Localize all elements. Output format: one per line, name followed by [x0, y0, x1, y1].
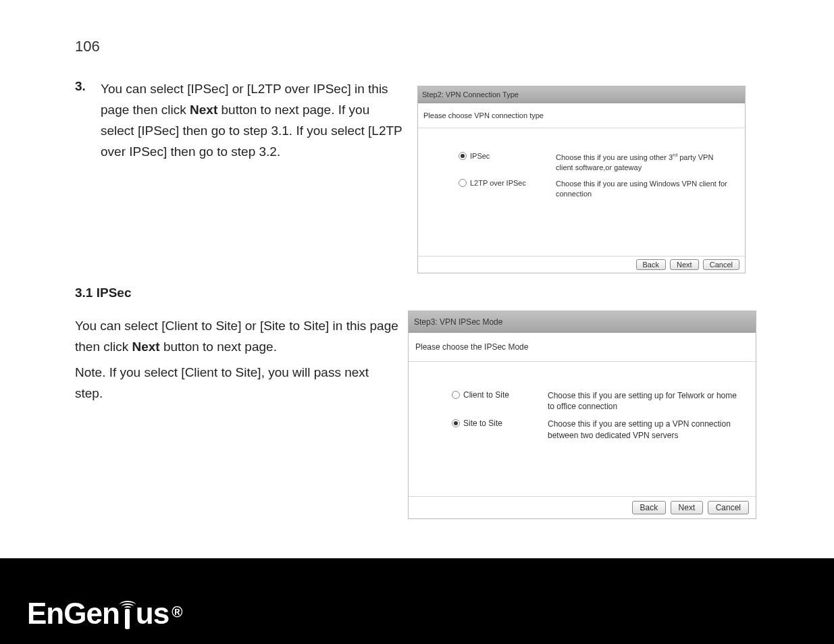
cancel-button[interactable]: Cancel — [708, 501, 749, 514]
step-3-next-word: Next — [190, 103, 217, 117]
section-31-note: Note. If you select [Client to Site], yo… — [75, 363, 399, 404]
section-31-text: You can select [Client to Site] or [Site… — [75, 316, 399, 358]
radio-l2tp[interactable] — [459, 179, 467, 187]
logo-registered: ® — [172, 603, 182, 621]
option-l2tp-row: L2TP over IPSec Choose this if you are u… — [459, 179, 731, 199]
radio-client-to-site[interactable] — [452, 391, 460, 399]
section-31-heading: 3.1 IPSec — [75, 286, 131, 300]
radio-ipsec-desc: Choose this if you are using other 3rd p… — [556, 152, 731, 172]
vpn-connection-type-dialog: Step2: VPN Connection Type Please choose… — [417, 86, 746, 273]
radio-site-to-site-desc: Choose this if you are setting up a VPN … — [548, 419, 742, 440]
radio-client-to-site-desc: Choose this if you are setting up for Te… — [548, 390, 742, 412]
dialog2-subhead: Please choose the IPSec Mode — [409, 333, 756, 362]
next-button[interactable]: Next — [670, 259, 699, 270]
dialog1-subhead: Please choose VPN connection type — [418, 103, 745, 128]
next-button[interactable]: Next — [671, 501, 704, 514]
cancel-button[interactable]: Cancel — [703, 259, 739, 270]
back-button[interactable]: Back — [632, 501, 667, 514]
option-client-to-site-row: Client to Site Choose this if you are se… — [452, 390, 742, 412]
step-3-text: You can select [IPSec] or [L2TP over IPS… — [101, 79, 405, 163]
engenius-logo: EnGen us ® — [27, 597, 182, 630]
logo-post: us — [136, 597, 169, 630]
radio-site-to-site[interactable] — [452, 419, 460, 427]
ipsec-desc-pre: Choose this if you are using other 3 — [556, 153, 673, 161]
back-button[interactable]: Back — [636, 259, 666, 270]
footer-bar: EnGen us ® — [0, 558, 834, 644]
radio-l2tp-label: L2TP over IPSec — [470, 179, 526, 187]
radio-client-to-site-label: Client to Site — [463, 390, 509, 400]
option-ipsec-row: IPSec Choose this if you are using other… — [459, 152, 731, 172]
logo-pre: EnGen — [27, 597, 120, 630]
radio-ipsec-label: IPSec — [470, 152, 490, 160]
step-number-3: 3. — [75, 79, 86, 94]
page-number: 106 — [75, 38, 100, 55]
section-31-post: button to next page. — [160, 340, 277, 354]
wifi-icon — [118, 603, 137, 630]
radio-l2tp-desc: Choose this if you are using Windows VPN… — [556, 179, 731, 199]
vpn-ipsec-mode-dialog: Step3: VPN IPSec Mode Please choose the … — [408, 311, 756, 519]
section-31-next-word: Next — [132, 340, 159, 354]
dialog2-footer: Back Next Cancel — [409, 496, 756, 518]
dialog1-title: Step2: VPN Connection Type — [418, 86, 745, 103]
dialog2-title: Step3: VPN IPSec Mode — [409, 311, 756, 333]
dialog1-footer: Back Next Cancel — [418, 256, 745, 273]
radio-ipsec[interactable] — [459, 152, 467, 160]
option-site-to-site-row: Site to Site Choose this if you are sett… — [452, 419, 742, 440]
radio-site-to-site-label: Site to Site — [463, 419, 502, 428]
